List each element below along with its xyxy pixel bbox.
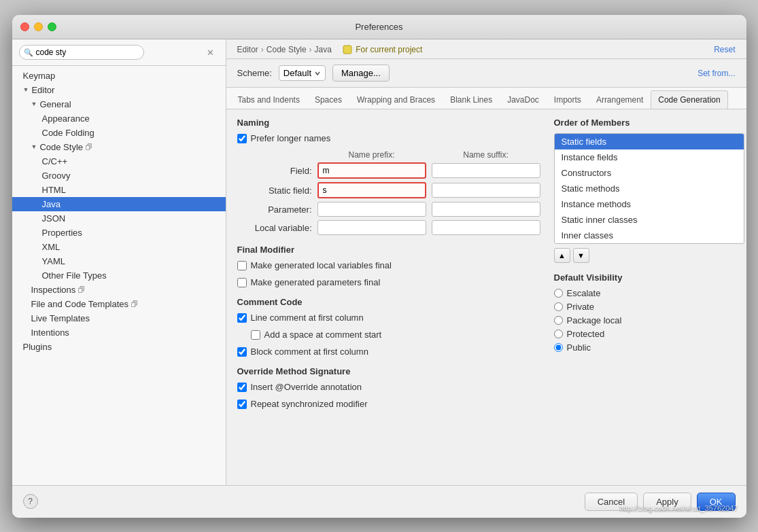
sidebar-item-code-folding[interactable]: Code Folding — [12, 126, 226, 140]
static-field-row-label: Static field: — [237, 185, 312, 196]
svg-rect-0 — [343, 46, 351, 54]
sidebar-item-plugins[interactable]: Plugins — [12, 340, 226, 354]
line-comment-checkbox[interactable] — [237, 313, 247, 323]
visibility-radio-public[interactable] — [554, 343, 563, 352]
sidebar-item-other-file-types[interactable]: Other File Types — [12, 268, 226, 283]
visibility-radio-escalate[interactable] — [554, 289, 563, 298]
block-comment-row: Block comment at first column — [237, 347, 540, 357]
minimize-button[interactable] — [34, 22, 43, 31]
static-field-suffix-input[interactable] — [432, 183, 540, 198]
bottom-bar: ? Cancel Apply OK — [12, 485, 746, 518]
help-button[interactable]: ? — [23, 494, 38, 509]
move-up-button[interactable]: ▲ — [554, 248, 570, 263]
visibility-radio-protected[interactable] — [554, 330, 563, 338]
search-input[interactable] — [19, 45, 144, 60]
tab-tabs-and-indents[interactable]: Tabs and Indents — [230, 90, 307, 109]
order-item-2[interactable]: Constructors — [555, 165, 744, 181]
sidebar-item-java[interactable]: Java — [12, 197, 226, 211]
sidebar-item-groovy[interactable]: Groovy — [12, 169, 226, 183]
tab-javadoc[interactable]: JavaDoc — [500, 90, 547, 109]
sidebar-item-html[interactable]: HTML — [12, 183, 226, 197]
visibility-label-escalate: Escalate — [567, 288, 601, 298]
html-label: HTML — [42, 185, 66, 195]
make-params-final-checkbox[interactable] — [237, 278, 247, 287]
set-from-link[interactable]: Set from... — [697, 69, 735, 78]
sidebar: 🔍 ✕ Keymap ▼ Editor ▼ General Ap — [12, 39, 226, 485]
make-local-final-checkbox[interactable] — [237, 261, 247, 270]
sidebar-item-file-code-templates[interactable]: File and Code Templates 🗍 — [12, 297, 226, 311]
search-wrap: 🔍 ✕ — [19, 45, 219, 60]
static-field-prefix-input[interactable] — [317, 182, 426, 198]
sidebar-item-code-style[interactable]: ▼ Code Style 🗍 — [12, 140, 226, 154]
inspections-page-icon: 🗍 — [78, 286, 85, 294]
search-clear-icon[interactable]: ✕ — [207, 48, 214, 56]
title-bar: Preferences — [12, 15, 746, 39]
sidebar-item-inspections[interactable]: Inspections 🗍 — [12, 283, 226, 297]
sidebar-item-live-templates[interactable]: Live Templates — [12, 311, 226, 325]
sidebar-tree: Keymap ▼ Editor ▼ General Appearance Cod… — [12, 66, 226, 485]
sidebar-item-editor[interactable]: ▼ Editor — [12, 83, 226, 97]
sidebar-item-general[interactable]: ▼ General — [12, 97, 226, 111]
order-item-1[interactable]: Instance fields — [555, 149, 744, 165]
plugins-label: Plugins — [23, 342, 52, 352]
field-suffix-input[interactable] — [432, 163, 540, 178]
traffic-lights — [20, 22, 56, 31]
general-triangle-icon: ▼ — [31, 101, 37, 107]
tab-imports[interactable]: Imports — [547, 90, 589, 109]
tabs-row: Tabs and IndentsSpacesWrapping and Brace… — [226, 88, 746, 109]
order-item-4[interactable]: Instance methods — [555, 196, 744, 212]
move-down-button[interactable]: ▼ — [573, 248, 589, 263]
local-variable-suffix-input[interactable] — [432, 220, 540, 235]
make-params-final-label: Make generated parameters final — [251, 277, 381, 287]
block-comment-checkbox[interactable] — [237, 347, 247, 357]
prefer-longer-names-checkbox[interactable] — [237, 134, 247, 143]
maximize-button[interactable] — [48, 22, 56, 31]
scheme-dropdown-chevron-icon — [314, 70, 321, 77]
visibility-radio-private[interactable] — [554, 302, 563, 311]
sidebar-item-properties[interactable]: Properties — [12, 226, 226, 240]
sidebar-item-json[interactable]: JSON — [12, 211, 226, 226]
name-suffix-col-label: Name suffix: — [432, 150, 540, 160]
prefer-longer-names-row: Prefer longer names — [237, 133, 540, 143]
insert-override-checkbox[interactable] — [237, 383, 247, 392]
sidebar-item-cpp[interactable]: C/C++ — [12, 154, 226, 169]
block-comment-label: Block comment at first column — [251, 347, 368, 357]
order-item-5[interactable]: Static inner classes — [555, 212, 744, 228]
tab-wrapping-and-braces[interactable]: Wrapping and Braces — [349, 90, 443, 109]
watermark: http://blog.csdn.net/sinat_35762047 — [619, 504, 738, 512]
tab-arrangement[interactable]: Arrangement — [589, 90, 651, 109]
tab-spaces[interactable]: Spaces — [307, 90, 349, 109]
field-row-label: Field: — [237, 166, 312, 176]
repeat-synchronized-checkbox[interactable] — [237, 400, 247, 409]
parameter-suffix-input[interactable] — [432, 202, 540, 217]
manage-button[interactable]: Manage... — [332, 65, 390, 82]
sidebar-item-intentions[interactable]: Intentions — [12, 325, 226, 340]
visibility-radio-row-public: Public — [554, 342, 744, 353]
sidebar-item-xml[interactable]: XML — [12, 240, 226, 254]
file-code-templates-label: File and Code Templates — [31, 299, 129, 309]
order-item-3[interactable]: Static methods — [555, 181, 744, 196]
order-item-0[interactable]: Static fields — [555, 134, 744, 149]
add-space-row: Add a space at comment start — [251, 330, 540, 340]
tab-code-generation[interactable]: Code Generation — [651, 90, 727, 109]
local-variable-prefix-input[interactable] — [317, 220, 426, 235]
order-item-6[interactable]: Inner classes — [555, 228, 744, 243]
tab-blank-lines[interactable]: Blank Lines — [443, 90, 500, 109]
breadcrumb-sep2: › — [309, 45, 312, 54]
sidebar-item-keymap[interactable]: Keymap — [12, 69, 226, 83]
visibility-radio-package-local[interactable] — [554, 316, 563, 325]
sidebar-item-yaml[interactable]: YAML — [12, 254, 226, 268]
add-space-checkbox[interactable] — [251, 330, 260, 340]
reset-link[interactable]: Reset — [714, 45, 735, 54]
override-method-section: Override Method Signature Insert @Overri… — [237, 366, 540, 409]
scheme-dropdown[interactable]: Default — [279, 65, 326, 81]
visibility-radio-row-escalate: Escalate — [554, 288, 744, 298]
sidebar-item-appearance[interactable]: Appearance — [12, 111, 226, 126]
parameter-prefix-input[interactable] — [317, 202, 426, 217]
default-visibility-section: Default Visibility EscalatePrivatePackag… — [554, 272, 744, 353]
naming-section-title: Naming — [237, 118, 540, 128]
close-button[interactable] — [20, 22, 29, 31]
field-prefix-input[interactable] — [317, 162, 426, 179]
code-style-label: Code Style — [39, 142, 83, 152]
breadcrumb-java: Java — [315, 45, 332, 54]
